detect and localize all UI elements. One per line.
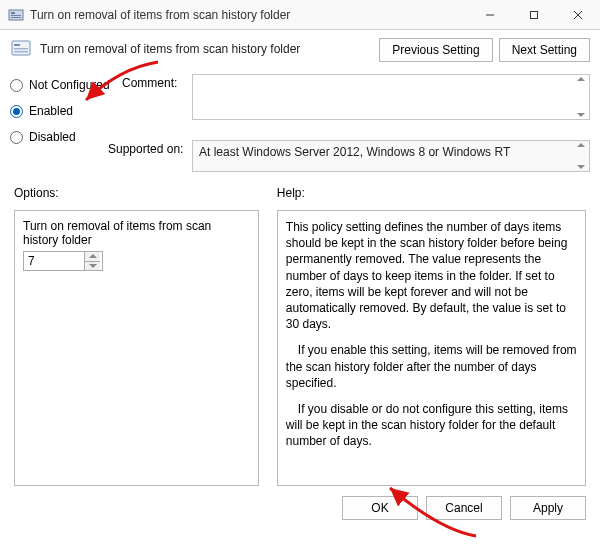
stepper-down-button[interactable] (85, 261, 100, 271)
svg-rect-2 (11, 15, 21, 16)
cancel-button[interactable]: Cancel (426, 496, 502, 520)
chevron-down-icon (577, 113, 585, 117)
days-input[interactable] (24, 252, 84, 270)
help-panel[interactable]: This policy setting defines the number o… (277, 210, 586, 486)
radio-icon (10, 79, 23, 92)
radio-label: Enabled (29, 104, 73, 118)
help-text: This policy setting defines the number o… (286, 219, 577, 332)
chevron-down-icon (89, 264, 97, 268)
chevron-down-icon (577, 165, 585, 169)
radio-label: Disabled (29, 130, 76, 144)
help-label: Help: (277, 186, 586, 200)
close-button[interactable] (556, 0, 600, 30)
supported-on-label: Supported on: (108, 140, 192, 156)
supported-on-text: At least Windows Server 2012, Windows 8 … (193, 141, 526, 171)
policy-icon (10, 38, 32, 60)
days-stepper[interactable] (23, 251, 103, 271)
ok-button[interactable]: OK (342, 496, 418, 520)
app-icon (8, 7, 24, 23)
maximize-button[interactable] (512, 0, 556, 30)
header-row: Turn on removal of items from scan histo… (0, 30, 600, 62)
help-text: If you disable or do not configure this … (286, 401, 577, 450)
svg-rect-1 (11, 12, 15, 14)
option-title: Turn on removal of items from scan histo… (23, 219, 250, 247)
comment-textarea[interactable] (192, 74, 590, 120)
radio-enabled[interactable]: Enabled (10, 104, 122, 118)
scrollbar-icon (577, 143, 587, 169)
stepper-up-button[interactable] (85, 252, 100, 261)
titlebar: Turn on removal of items from scan histo… (0, 0, 600, 30)
radio-icon (10, 105, 23, 118)
dialog-footer: OK Cancel Apply (0, 486, 600, 530)
minimize-button[interactable] (468, 0, 512, 30)
supported-on-box: At least Windows Server 2012, Windows 8 … (192, 140, 590, 172)
radio-not-configured[interactable]: Not Configured (10, 78, 122, 92)
svg-rect-11 (14, 51, 28, 53)
window-controls (468, 0, 600, 30)
policy-title: Turn on removal of items from scan histo… (40, 42, 300, 56)
options-panel: Turn on removal of items from scan histo… (14, 210, 259, 486)
next-setting-button[interactable]: Next Setting (499, 38, 590, 62)
window-title: Turn on removal of items from scan histo… (30, 8, 468, 22)
comment-label: Comment: (122, 74, 192, 90)
chevron-up-icon (577, 143, 585, 147)
help-text: If you enable this setting, items will b… (286, 342, 577, 391)
options-label: Options: (14, 186, 259, 200)
apply-button[interactable]: Apply (510, 496, 586, 520)
previous-setting-button[interactable]: Previous Setting (379, 38, 492, 62)
svg-rect-3 (11, 17, 21, 18)
radio-disabled[interactable]: Disabled (10, 130, 122, 144)
state-radio-group: Not Configured Enabled Disabled (10, 74, 122, 172)
radio-icon (10, 131, 23, 144)
svg-rect-9 (14, 44, 20, 46)
svg-rect-5 (531, 11, 538, 18)
scrollbar-icon (577, 77, 587, 117)
svg-rect-10 (14, 48, 28, 50)
radio-label: Not Configured (29, 78, 110, 92)
chevron-up-icon (577, 77, 585, 81)
chevron-up-icon (89, 254, 97, 258)
